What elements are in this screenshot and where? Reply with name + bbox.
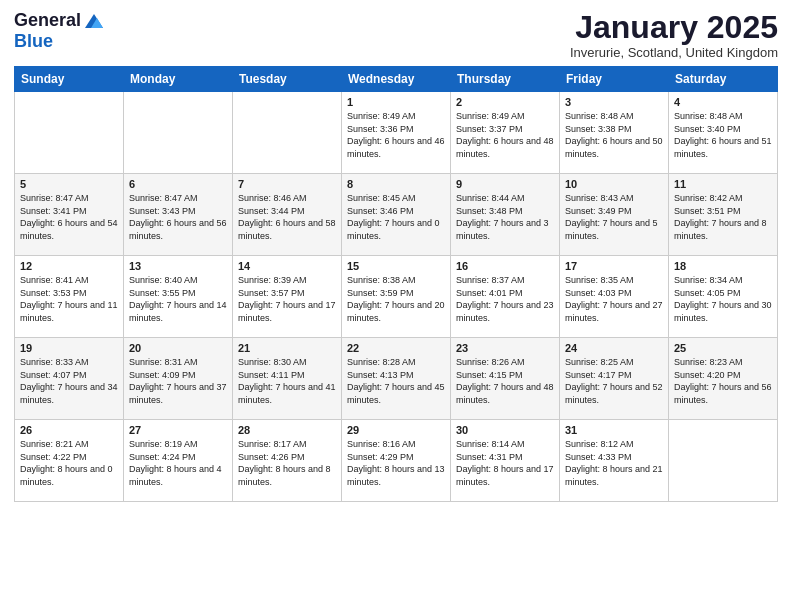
day-info: Sunrise: 8:38 AMSunset: 3:59 PMDaylight:… bbox=[347, 274, 445, 324]
cell-2-6: 18 Sunrise: 8:34 AMSunset: 4:05 PMDaylig… bbox=[669, 256, 778, 338]
day-info: Sunrise: 8:41 AMSunset: 3:53 PMDaylight:… bbox=[20, 274, 118, 324]
calendar: Sunday Monday Tuesday Wednesday Thursday… bbox=[14, 66, 778, 502]
day-info: Sunrise: 8:35 AMSunset: 4:03 PMDaylight:… bbox=[565, 274, 663, 324]
day-info: Sunrise: 8:47 AMSunset: 3:43 PMDaylight:… bbox=[129, 192, 227, 242]
day-number: 16 bbox=[456, 260, 554, 272]
day-number: 28 bbox=[238, 424, 336, 436]
day-number: 1 bbox=[347, 96, 445, 108]
day-number: 14 bbox=[238, 260, 336, 272]
week-row-2: 12 Sunrise: 8:41 AMSunset: 3:53 PMDaylig… bbox=[15, 256, 778, 338]
title-block: January 2025 Inverurie, Scotland, United… bbox=[570, 10, 778, 60]
cell-1-2: 7 Sunrise: 8:46 AMSunset: 3:44 PMDayligh… bbox=[233, 174, 342, 256]
day-info: Sunrise: 8:43 AMSunset: 3:49 PMDaylight:… bbox=[565, 192, 663, 242]
day-number: 5 bbox=[20, 178, 118, 190]
day-number: 31 bbox=[565, 424, 663, 436]
day-number: 12 bbox=[20, 260, 118, 272]
week-row-4: 26 Sunrise: 8:21 AMSunset: 4:22 PMDaylig… bbox=[15, 420, 778, 502]
logo-blue: Blue bbox=[14, 31, 53, 51]
day-number: 13 bbox=[129, 260, 227, 272]
page: General Blue January 2025 Inverurie, Sco… bbox=[0, 0, 792, 512]
cell-0-1 bbox=[124, 92, 233, 174]
cell-0-5: 3 Sunrise: 8:48 AMSunset: 3:38 PMDayligh… bbox=[560, 92, 669, 174]
cell-1-5: 10 Sunrise: 8:43 AMSunset: 3:49 PMDaylig… bbox=[560, 174, 669, 256]
cell-3-2: 21 Sunrise: 8:30 AMSunset: 4:11 PMDaylig… bbox=[233, 338, 342, 420]
cell-4-2: 28 Sunrise: 8:17 AMSunset: 4:26 PMDaylig… bbox=[233, 420, 342, 502]
day-info: Sunrise: 8:48 AMSunset: 3:38 PMDaylight:… bbox=[565, 110, 663, 160]
subtitle: Inverurie, Scotland, United Kingdom bbox=[570, 45, 778, 60]
day-info: Sunrise: 8:25 AMSunset: 4:17 PMDaylight:… bbox=[565, 356, 663, 406]
day-number: 2 bbox=[456, 96, 554, 108]
day-info: Sunrise: 8:44 AMSunset: 3:48 PMDaylight:… bbox=[456, 192, 554, 242]
day-info: Sunrise: 8:21 AMSunset: 4:22 PMDaylight:… bbox=[20, 438, 118, 488]
logo-icon bbox=[83, 10, 105, 32]
header-monday: Monday bbox=[124, 67, 233, 92]
day-info: Sunrise: 8:17 AMSunset: 4:26 PMDaylight:… bbox=[238, 438, 336, 488]
day-info: Sunrise: 8:28 AMSunset: 4:13 PMDaylight:… bbox=[347, 356, 445, 406]
day-number: 19 bbox=[20, 342, 118, 354]
cell-0-6: 4 Sunrise: 8:48 AMSunset: 3:40 PMDayligh… bbox=[669, 92, 778, 174]
logo: General Blue bbox=[14, 10, 105, 52]
cell-0-4: 2 Sunrise: 8:49 AMSunset: 3:37 PMDayligh… bbox=[451, 92, 560, 174]
day-info: Sunrise: 8:19 AMSunset: 4:24 PMDaylight:… bbox=[129, 438, 227, 488]
day-number: 24 bbox=[565, 342, 663, 354]
day-number: 29 bbox=[347, 424, 445, 436]
day-number: 30 bbox=[456, 424, 554, 436]
cell-0-0 bbox=[15, 92, 124, 174]
cell-4-6 bbox=[669, 420, 778, 502]
cell-2-0: 12 Sunrise: 8:41 AMSunset: 3:53 PMDaylig… bbox=[15, 256, 124, 338]
cell-2-3: 15 Sunrise: 8:38 AMSunset: 3:59 PMDaylig… bbox=[342, 256, 451, 338]
cell-1-1: 6 Sunrise: 8:47 AMSunset: 3:43 PMDayligh… bbox=[124, 174, 233, 256]
weekday-header-row: Sunday Monday Tuesday Wednesday Thursday… bbox=[15, 67, 778, 92]
cell-1-0: 5 Sunrise: 8:47 AMSunset: 3:41 PMDayligh… bbox=[15, 174, 124, 256]
day-info: Sunrise: 8:47 AMSunset: 3:41 PMDaylight:… bbox=[20, 192, 118, 242]
day-info: Sunrise: 8:14 AMSunset: 4:31 PMDaylight:… bbox=[456, 438, 554, 488]
day-info: Sunrise: 8:49 AMSunset: 3:36 PMDaylight:… bbox=[347, 110, 445, 160]
day-info: Sunrise: 8:23 AMSunset: 4:20 PMDaylight:… bbox=[674, 356, 772, 406]
day-info: Sunrise: 8:26 AMSunset: 4:15 PMDaylight:… bbox=[456, 356, 554, 406]
day-number: 9 bbox=[456, 178, 554, 190]
day-info: Sunrise: 8:12 AMSunset: 4:33 PMDaylight:… bbox=[565, 438, 663, 488]
month-title: January 2025 bbox=[570, 10, 778, 45]
day-number: 4 bbox=[674, 96, 772, 108]
day-number: 10 bbox=[565, 178, 663, 190]
header-sunday: Sunday bbox=[15, 67, 124, 92]
cell-4-4: 30 Sunrise: 8:14 AMSunset: 4:31 PMDaylig… bbox=[451, 420, 560, 502]
day-number: 20 bbox=[129, 342, 227, 354]
day-number: 26 bbox=[20, 424, 118, 436]
day-number: 6 bbox=[129, 178, 227, 190]
day-number: 15 bbox=[347, 260, 445, 272]
day-info: Sunrise: 8:34 AMSunset: 4:05 PMDaylight:… bbox=[674, 274, 772, 324]
day-info: Sunrise: 8:33 AMSunset: 4:07 PMDaylight:… bbox=[20, 356, 118, 406]
day-number: 17 bbox=[565, 260, 663, 272]
cell-1-6: 11 Sunrise: 8:42 AMSunset: 3:51 PMDaylig… bbox=[669, 174, 778, 256]
week-row-0: 1 Sunrise: 8:49 AMSunset: 3:36 PMDayligh… bbox=[15, 92, 778, 174]
header-tuesday: Tuesday bbox=[233, 67, 342, 92]
day-number: 11 bbox=[674, 178, 772, 190]
cell-4-5: 31 Sunrise: 8:12 AMSunset: 4:33 PMDaylig… bbox=[560, 420, 669, 502]
day-info: Sunrise: 8:46 AMSunset: 3:44 PMDaylight:… bbox=[238, 192, 336, 242]
day-info: Sunrise: 8:39 AMSunset: 3:57 PMDaylight:… bbox=[238, 274, 336, 324]
week-row-1: 5 Sunrise: 8:47 AMSunset: 3:41 PMDayligh… bbox=[15, 174, 778, 256]
cell-2-2: 14 Sunrise: 8:39 AMSunset: 3:57 PMDaylig… bbox=[233, 256, 342, 338]
day-number: 21 bbox=[238, 342, 336, 354]
cell-4-0: 26 Sunrise: 8:21 AMSunset: 4:22 PMDaylig… bbox=[15, 420, 124, 502]
day-info: Sunrise: 8:49 AMSunset: 3:37 PMDaylight:… bbox=[456, 110, 554, 160]
cell-1-4: 9 Sunrise: 8:44 AMSunset: 3:48 PMDayligh… bbox=[451, 174, 560, 256]
header-saturday: Saturday bbox=[669, 67, 778, 92]
day-number: 25 bbox=[674, 342, 772, 354]
cell-3-0: 19 Sunrise: 8:33 AMSunset: 4:07 PMDaylig… bbox=[15, 338, 124, 420]
cell-3-3: 22 Sunrise: 8:28 AMSunset: 4:13 PMDaylig… bbox=[342, 338, 451, 420]
day-number: 22 bbox=[347, 342, 445, 354]
header: General Blue January 2025 Inverurie, Sco… bbox=[14, 10, 778, 60]
day-number: 27 bbox=[129, 424, 227, 436]
day-info: Sunrise: 8:40 AMSunset: 3:55 PMDaylight:… bbox=[129, 274, 227, 324]
cell-2-1: 13 Sunrise: 8:40 AMSunset: 3:55 PMDaylig… bbox=[124, 256, 233, 338]
day-number: 3 bbox=[565, 96, 663, 108]
cell-3-4: 23 Sunrise: 8:26 AMSunset: 4:15 PMDaylig… bbox=[451, 338, 560, 420]
cell-3-5: 24 Sunrise: 8:25 AMSunset: 4:17 PMDaylig… bbox=[560, 338, 669, 420]
logo-general: General bbox=[14, 11, 81, 31]
day-number: 23 bbox=[456, 342, 554, 354]
day-info: Sunrise: 8:16 AMSunset: 4:29 PMDaylight:… bbox=[347, 438, 445, 488]
cell-4-3: 29 Sunrise: 8:16 AMSunset: 4:29 PMDaylig… bbox=[342, 420, 451, 502]
day-number: 8 bbox=[347, 178, 445, 190]
